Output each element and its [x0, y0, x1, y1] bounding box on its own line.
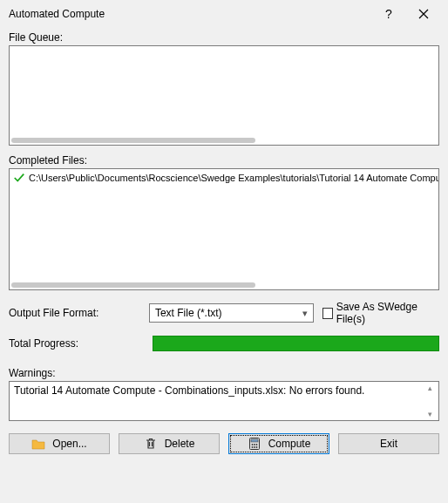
close-icon [418, 9, 429, 19]
save-as-swedge-checkbox[interactable]: Save As SWedge File(s) [322, 301, 439, 325]
title-bar: Automated Compute ? [0, 0, 448, 28]
help-button[interactable]: ? [371, 2, 406, 26]
folder-icon [31, 437, 45, 451]
window-title: Automated Compute [9, 8, 371, 20]
file-queue-list[interactable] [9, 45, 439, 146]
save-as-swedge-label: Save As SWedge File(s) [336, 301, 439, 325]
svg-point-4 [255, 444, 257, 445]
warnings-text: Tutorial 14 Automate Compute - Combinati… [14, 384, 364, 397]
svg-point-2 [251, 444, 253, 445]
warnings-label: Warnings: [9, 367, 439, 379]
calculator-icon [248, 437, 261, 451]
scroll-down-icon: ▾ [428, 410, 432, 418]
chevron-down-icon: ▾ [302, 308, 308, 319]
completed-item-path: C:\Users\Public\Documents\Rocscience\Swe… [29, 173, 439, 183]
file-queue-label: File Queue: [9, 31, 439, 44]
svg-point-6 [254, 446, 255, 448]
completed-files-label: Completed Files: [9, 154, 439, 167]
output-format-label: Output File Format: [9, 307, 140, 319]
file-queue-scrollbar[interactable] [11, 138, 268, 143]
compute-button[interactable]: Compute [228, 433, 329, 454]
exit-button-label: Exit [380, 438, 397, 450]
scroll-up-icon: ▴ [428, 384, 432, 392]
progress-bar [153, 336, 439, 351]
trash-icon [144, 437, 158, 451]
open-button-label: Open... [52, 438, 86, 450]
output-format-selected: Text File (*.txt) [155, 307, 302, 319]
completed-scrollbar[interactable] [11, 282, 268, 288]
check-icon [13, 172, 25, 184]
svg-rect-1 [251, 439, 258, 442]
close-button[interactable] [406, 2, 441, 26]
completed-files-list[interactable]: C:\Users\Public\Documents\Rocscience\Swe… [9, 168, 439, 290]
list-item[interactable]: C:\Users\Public\Documents\Rocscience\Swe… [10, 169, 438, 187]
svg-point-7 [255, 446, 257, 448]
warnings-scrollbar[interactable]: ▴ ▾ [424, 384, 437, 418]
total-progress-label: Total Progress: [9, 337, 153, 350]
output-format-select[interactable]: Text File (*.txt) ▾ [149, 303, 314, 323]
checkbox-box-icon [322, 308, 333, 319]
svg-point-3 [254, 444, 255, 445]
warnings-textbox[interactable]: Tutorial 14 Automate Compute - Combinati… [9, 381, 439, 421]
open-button[interactable]: Open... [9, 433, 110, 454]
delete-button-label: Delete [165, 438, 195, 450]
compute-button-label: Compute [268, 438, 311, 450]
svg-point-5 [251, 446, 253, 448]
exit-button[interactable]: Exit [338, 433, 439, 454]
delete-button[interactable]: Delete [119, 433, 220, 454]
